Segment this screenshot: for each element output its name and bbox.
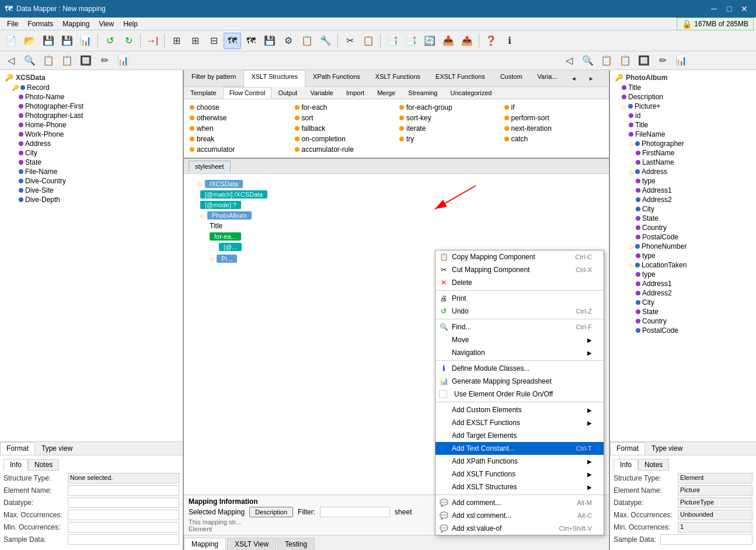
- right-tree-filename[interactable]: FileName: [612, 130, 754, 139]
- tb2-3[interactable]: 📋: [40, 53, 57, 69]
- right-tree-title[interactable]: Title: [612, 83, 754, 92]
- stylesheet-tab[interactable]: stylesheet: [189, 161, 231, 172]
- right-tree-pic-title[interactable]: Title: [612, 120, 754, 130]
- tb2-2[interactable]: 🔍: [21, 53, 39, 69]
- func-sort[interactable]: sort: [292, 113, 396, 123]
- ctx-copy-mapping[interactable]: 📋 Copy Mapping Component Ctrl-C: [436, 250, 604, 263]
- func-sort-key[interactable]: sort-key: [397, 113, 501, 123]
- left-sample-input[interactable]: [68, 534, 179, 545]
- func-break[interactable]: break: [187, 134, 291, 144]
- left-info-tab-info[interactable]: Info: [4, 459, 28, 471]
- func-tab-xsltfn[interactable]: XSLT Functions: [368, 70, 428, 86]
- right-tree-phone-type[interactable]: type: [612, 251, 754, 260]
- ctx-add-xsl-comment[interactable]: 💬 Add xsl:comment... Alt-C: [436, 509, 604, 522]
- description-button[interactable]: Description: [249, 507, 293, 517]
- right-tree-loc-addr2[interactable]: Address2: [612, 288, 754, 298]
- left-max-occ-input[interactable]: [68, 510, 179, 520]
- func-try[interactable]: try: [397, 134, 501, 144]
- left-info-tab-notes[interactable]: Notes: [28, 459, 59, 471]
- ctx-print[interactable]: 🖨 Print: [436, 292, 604, 305]
- ctx-cut-mapping[interactable]: ✂ Cut Mapping Component Ctrl-X: [436, 263, 604, 276]
- ctx-add-exslt[interactable]: Add EXSLT Functions ▶: [436, 416, 604, 429]
- tb2-1[interactable]: ◁: [2, 53, 20, 69]
- tb-redo[interactable]: ↻: [120, 33, 137, 49]
- right-tree-loc-type[interactable]: type: [612, 270, 754, 279]
- func-subtab-variable[interactable]: Variable: [304, 87, 340, 99]
- ctx-add-target[interactable]: Add Target Elements: [436, 429, 604, 442]
- ctx-find[interactable]: 🔍 Find... Ctrl-F: [436, 321, 604, 333]
- menu-help[interactable]: Help: [119, 18, 142, 30]
- right-tab-format[interactable]: Format: [610, 442, 645, 455]
- right-tree-loc-postal[interactable]: PostalCode: [612, 326, 754, 335]
- ctx-add-custom[interactable]: Add Custom Elements ▶: [436, 403, 604, 416]
- func-nav-left[interactable]: ◄: [565, 70, 583, 86]
- right-tree-loc-city[interactable]: City: [612, 298, 754, 307]
- tb-export[interactable]: 📤: [458, 33, 476, 49]
- func-subtab-output[interactable]: Output: [271, 87, 304, 99]
- ctx-add-xsl-value[interactable]: 💬 Add xsl:value-of Ctrl+Shift-V: [436, 522, 604, 535]
- left-tab-typeview[interactable]: Type view: [35, 442, 79, 455]
- tb-map2[interactable]: 🗺: [242, 33, 260, 49]
- tb-copy[interactable]: 📋: [360, 33, 377, 49]
- tb2-r7[interactable]: 📊: [673, 53, 690, 69]
- right-tree-location[interactable]: ◇ LocationTaken: [612, 260, 754, 270]
- left-tree-address[interactable]: Address: [2, 139, 180, 148]
- left-tree-photo-name[interactable]: Photo-Name: [2, 92, 180, 102]
- right-tree-addr-country[interactable]: Country: [612, 223, 754, 232]
- tb2-r1[interactable]: ◁: [560, 53, 578, 69]
- right-tree-addr1[interactable]: Address1: [612, 186, 754, 195]
- tb-save-as[interactable]: 💾: [58, 33, 76, 49]
- tb-new[interactable]: 📄: [2, 33, 20, 49]
- right-tree-addr2[interactable]: Address2: [612, 195, 754, 204]
- right-tree-addr-type[interactable]: type: [612, 176, 754, 186]
- func-perform-sort[interactable]: perform-sort: [502, 113, 606, 123]
- right-tree-loc-addr1[interactable]: Address1: [612, 279, 754, 288]
- right-tree-photographer[interactable]: ◇ Photographer: [612, 139, 754, 148]
- right-tree-loc-state[interactable]: State: [612, 307, 754, 316]
- map-node-title[interactable]: Title: [189, 221, 604, 231]
- tb-refresh[interactable]: 🔄: [421, 33, 438, 49]
- tb2-7[interactable]: 📊: [114, 53, 132, 69]
- left-tree-work-phone[interactable]: Work-Phone: [2, 130, 180, 139]
- tb2-r2[interactable]: 🔍: [579, 53, 597, 69]
- right-tree-lastname[interactable]: LastName: [612, 158, 754, 167]
- ctx-add-xslt-fn[interactable]: Add XSLT Functions ▶: [436, 468, 604, 481]
- tb-map-active[interactable]: 🗺: [224, 33, 241, 49]
- func-on-completion[interactable]: on-completion: [292, 134, 396, 144]
- tb-help[interactable]: ❓: [482, 33, 500, 49]
- tb2-r6[interactable]: ✏: [654, 53, 671, 69]
- right-info-tab-info[interactable]: Info: [614, 459, 638, 471]
- func-accumulator[interactable]: accumulator: [187, 145, 291, 154]
- left-tree-home-phone[interactable]: Home-Phone: [2, 120, 180, 130]
- ctx-add-text-constant[interactable]: Add Text Constant... Ctrl-T: [436, 442, 604, 455]
- right-tab-typeview[interactable]: Type view: [645, 442, 689, 455]
- ctx-delete[interactable]: ✕ Delete: [436, 276, 604, 289]
- tb2-r4[interactable]: 📋: [616, 53, 634, 69]
- menu-mapping[interactable]: Mapping: [58, 18, 94, 30]
- func-tab-xslt[interactable]: XSLT Structures: [243, 70, 305, 87]
- ctx-undo[interactable]: ↺ Undo Ctrl-Z: [436, 305, 604, 318]
- right-tree-addr-postal[interactable]: PostalCode: [612, 232, 754, 242]
- tb-map4[interactable]: ⚙: [280, 33, 297, 49]
- right-tree-id[interactable]: id: [612, 111, 754, 120]
- map-node-xcsdata[interactable]: ◇ /XCSData: [189, 179, 604, 189]
- close-button[interactable]: ✕: [737, 3, 751, 15]
- right-tree-firstname[interactable]: FirstName: [612, 148, 754, 158]
- tb2-4[interactable]: 📋: [58, 53, 76, 69]
- tb-map6[interactable]: 🔧: [317, 33, 335, 49]
- right-tree-address[interactable]: ◇ Address: [612, 167, 754, 176]
- func-if[interactable]: if: [502, 103, 606, 112]
- right-tree-description[interactable]: Description: [612, 92, 754, 102]
- tb-import[interactable]: 📥: [440, 33, 457, 49]
- func-otherwise[interactable]: otherwise: [187, 113, 291, 123]
- func-fallback[interactable]: fallback: [292, 124, 396, 133]
- left-tree-record[interactable]: 🔑 Record: [2, 83, 180, 92]
- right-tree-phone[interactable]: ◇ PhoneNumber: [612, 242, 754, 251]
- func-subtab-template[interactable]: Template: [184, 87, 223, 99]
- tab-xslt-view[interactable]: XSLT View: [227, 538, 276, 550]
- tb-grid1[interactable]: ⊞: [168, 33, 185, 49]
- func-subtab-import[interactable]: Import: [340, 87, 371, 99]
- tb-excel[interactable]: 📊: [77, 33, 95, 49]
- left-tab-format[interactable]: Format: [0, 442, 35, 455]
- func-when[interactable]: when: [187, 124, 291, 133]
